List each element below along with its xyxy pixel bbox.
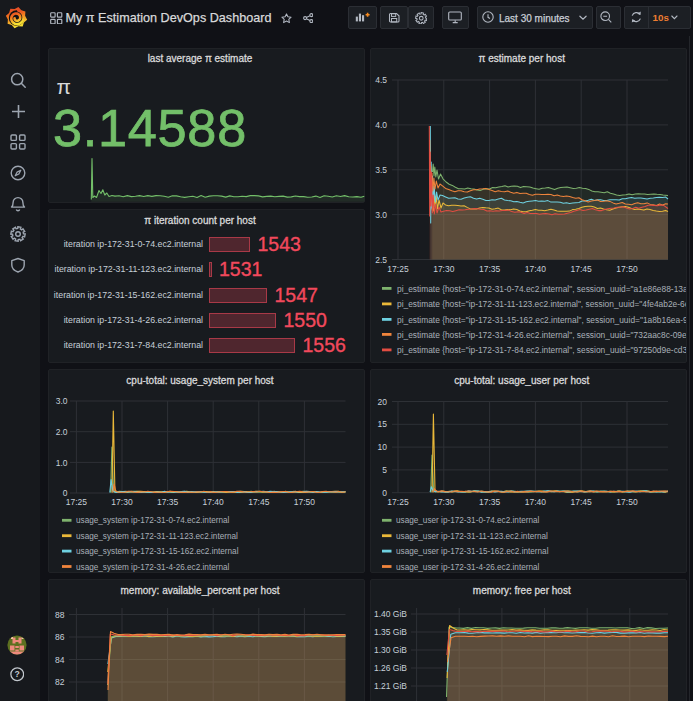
svg-text:1.21 GiB: 1.21 GiB <box>374 681 407 691</box>
svg-text:17:50: 17:50 <box>616 264 638 274</box>
svg-text:17:25: 17:25 <box>387 264 409 274</box>
svg-text:82: 82 <box>55 677 65 687</box>
svg-text:88: 88 <box>55 610 65 620</box>
svg-text:20: 20 <box>378 397 388 407</box>
svg-text:17:35: 17:35 <box>479 497 501 507</box>
svg-text:pi_estimate {host="ip-172-31-1: pi_estimate {host="ip-172-31-15-162.ec2.… <box>397 315 693 325</box>
svg-text:17:25: 17:25 <box>387 497 409 507</box>
svg-text:84: 84 <box>55 655 65 665</box>
svg-text:usage_user ip-172-31-0-74.ec2.: usage_user ip-172-31-0-74.ec2.internal <box>396 516 540 525</box>
svg-text:17:35: 17:35 <box>157 497 179 507</box>
svg-text:4.5: 4.5 <box>375 75 387 85</box>
svg-text:5: 5 <box>382 465 387 475</box>
svg-text:17:40: 17:40 <box>203 497 225 507</box>
svg-text:usage_user ip-172-31-15-162.ec: usage_user ip-172-31-15-162.ec2.internal <box>396 547 549 556</box>
svg-text:1.40 GiB: 1.40 GiB <box>374 609 407 619</box>
svg-text:3.0: 3.0 <box>375 210 387 220</box>
svg-text:3.5: 3.5 <box>375 165 387 175</box>
svg-text:15: 15 <box>378 419 388 429</box>
svg-text:10: 10 <box>378 442 388 452</box>
svg-text:17:25: 17:25 <box>66 497 88 507</box>
svg-text:17:45: 17:45 <box>571 264 593 274</box>
svg-text:1.35 GiB: 1.35 GiB <box>374 627 407 637</box>
svg-text:17:45: 17:45 <box>248 497 270 507</box>
svg-text:17:45: 17:45 <box>571 497 593 507</box>
svg-text:17:30: 17:30 <box>111 497 133 507</box>
svg-text:usage_system ip-172-31-4-26.ec: usage_system ip-172-31-4-26.ec2.internal <box>76 563 230 572</box>
svg-text:usage_user ip-172-31-4-26.ec2.: usage_user ip-172-31-4-26.ec2.internal <box>396 563 540 572</box>
svg-text:17:30: 17:30 <box>433 264 455 274</box>
svg-text:pi_estimate {host="ip-172-31-0: pi_estimate {host="ip-172-31-0-74.ec2.in… <box>397 284 693 294</box>
svg-text:usage_user ip-172-31-11-123.ec: usage_user ip-172-31-11-123.ec2.internal <box>396 532 548 541</box>
svg-text:1.30 GiB: 1.30 GiB <box>374 645 407 655</box>
svg-text:pi_estimate {host="ip-172-31-4: pi_estimate {host="ip-172-31-4-26.ec2.in… <box>397 330 693 340</box>
svg-text:17:50: 17:50 <box>294 497 316 507</box>
svg-text:17:50: 17:50 <box>616 497 638 507</box>
svg-text:4.0: 4.0 <box>375 120 387 130</box>
svg-text:3.0: 3.0 <box>56 396 68 406</box>
svg-text:17:30: 17:30 <box>433 497 455 507</box>
svg-text:17:40: 17:40 <box>525 264 547 274</box>
svg-text:1.0: 1.0 <box>56 458 68 468</box>
svg-text:pi_estimate {host="ip-172-31-7: pi_estimate {host="ip-172-31-7-84.ec2.in… <box>397 345 693 355</box>
svg-text:17:40: 17:40 <box>525 497 547 507</box>
svg-text:1.26 GiB: 1.26 GiB <box>374 663 407 673</box>
svg-text:usage_system ip-172-31-11-123.: usage_system ip-172-31-11-123.ec2.intern… <box>76 532 238 541</box>
svg-text:86: 86 <box>55 632 65 642</box>
svg-text:usage_system ip-172-31-0-74.ec: usage_system ip-172-31-0-74.ec2.internal <box>76 516 230 525</box>
svg-text:pi_estimate {host="ip-172-31-1: pi_estimate {host="ip-172-31-11-123.ec2.… <box>397 299 693 309</box>
svg-text:2.5: 2.5 <box>375 255 387 265</box>
svg-text:17:35: 17:35 <box>479 264 501 274</box>
svg-text:usage_system ip-172-31-15-162.: usage_system ip-172-31-15-162.ec2.intern… <box>76 547 239 556</box>
svg-text:2.0: 2.0 <box>56 427 68 437</box>
